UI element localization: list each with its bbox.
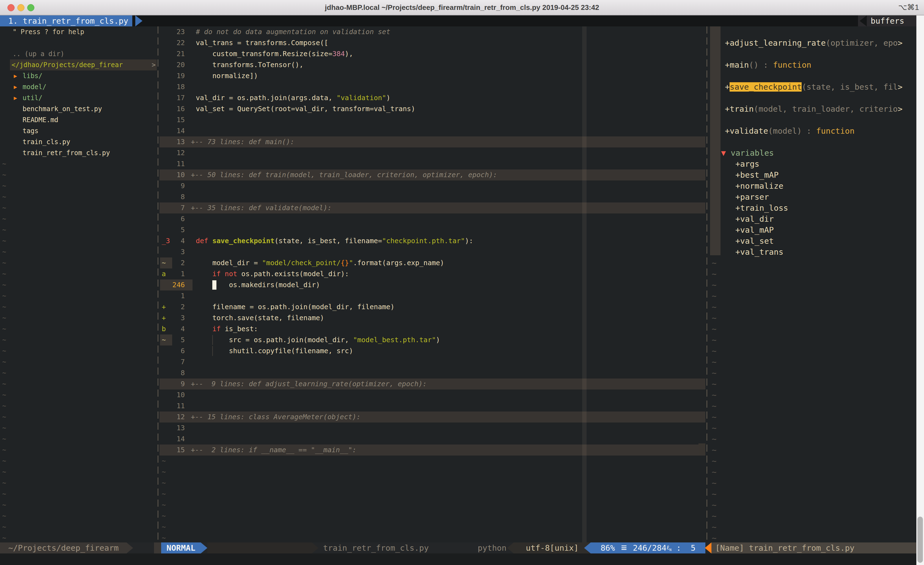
tag-entry[interactable]: +args — [709, 158, 916, 170]
tagbar-split-separator[interactable] — [706, 26, 707, 542]
code-line[interactable]: 18 — [159, 81, 705, 92]
empty-line: ~ — [0, 499, 157, 511]
tree-item[interactable]: train_cls.py — [0, 137, 157, 147]
tree-item[interactable]: README.md — [0, 114, 157, 125]
powerline-arrow-orange-icon — [705, 542, 711, 553]
line-number: 10 — [159, 170, 185, 180]
empty-line: ~ — [0, 478, 157, 488]
code-line[interactable]: 11 — [159, 401, 705, 412]
tag-entry[interactable]: ▼ variables — [709, 147, 916, 158]
vertical-scrollbar[interactable] — [916, 15, 924, 565]
tag-entry[interactable]: +train(model, train_loader, criterio> — [709, 104, 916, 114]
line-number: 4 — [159, 323, 185, 335]
code-line[interactable]: 14 — [159, 434, 705, 445]
code-line[interactable]: 16val_set = QuerySet(root=val_dir, trans… — [159, 104, 705, 114]
line-number: 15 — [159, 114, 185, 125]
folded-line[interactable]: 10+-- 50 lines: def train(model, train_l… — [159, 170, 705, 180]
code-line[interactable]: 14 — [159, 125, 705, 137]
code-line[interactable]: 1 — [159, 290, 705, 302]
tag-entry[interactable]: +validate(model) : function — [709, 125, 916, 137]
folded-line[interactable]: 13+-- 73 lines: def main(): — [159, 137, 705, 147]
empty-line: ~ — [0, 180, 157, 191]
tilde-marker: ~ — [2, 203, 6, 213]
code-line[interactable]: 8 — [159, 191, 705, 203]
tag-entry[interactable]: +best_mAP — [709, 170, 916, 180]
line-number: 13 — [159, 137, 185, 147]
code-line[interactable]: 17val_dir = os.path.join(args.data, "val… — [159, 92, 705, 104]
code-line[interactable]: 23# do not do data augmentation on valid… — [159, 26, 705, 38]
empty-line: ~ — [709, 412, 916, 422]
code-line[interactable]: 12 — [159, 147, 705, 158]
tag-entry[interactable]: +save_checkpoint(state, is_best, fil> — [709, 81, 916, 92]
tag-entry[interactable]: +parser — [709, 191, 916, 203]
code-line[interactable]: 9 — [159, 180, 705, 191]
syntax-segment: () : — [749, 60, 773, 70]
tag-entry[interactable]: +main() : function — [709, 59, 916, 71]
code-text: def save_checkpoint(state, is_best, file… — [196, 236, 473, 246]
tilde-marker: ~ — [2, 379, 6, 389]
tag-entry[interactable]: +val_dir — [709, 213, 916, 224]
code-line[interactable]: 5 — [159, 224, 705, 236]
tag-entry[interactable]: +val_mAP — [709, 224, 916, 236]
tag-entry[interactable]: +val_trans — [709, 246, 916, 257]
syntax-segment: "model_best.pth.tar" — [353, 336, 436, 344]
tree-item[interactable]: </jdhao/Projects/deep_firear> — [0, 59, 157, 71]
empty-line: ~ — [709, 379, 916, 389]
folded-line[interactable]: 12+-- 15 lines: class AverageMeter(objec… — [159, 412, 705, 422]
code-line[interactable]: 246 os.makedirs(model_dir) — [159, 279, 705, 290]
code-line[interactable]: 7 — [159, 356, 705, 368]
tag-entry[interactable]: +normalize — [709, 180, 916, 191]
scrollbar-thumb[interactable] — [917, 517, 923, 563]
code-line[interactable]: b4 if is_best: — [159, 323, 705, 335]
code-line[interactable]: 6 shutil.copyfile(filename, src) — [159, 346, 705, 356]
empty-line: ~ — [0, 257, 157, 269]
tag-entry[interactable]: +val_set — [709, 236, 916, 246]
empty-line: ~ — [709, 478, 916, 488]
tree-item[interactable]: tags — [0, 125, 157, 137]
window-title: jdhao-MBP.local ~/Projects/deep_firearm/… — [0, 0, 924, 15]
code-line[interactable]: ~2 model_dir = "model/check_point/{}".fo… — [159, 257, 705, 269]
code-line[interactable]: 22val_trans = transforms.Compose([ — [159, 38, 705, 48]
code-line[interactable]: 6 — [159, 213, 705, 224]
command-line-area[interactable] — [0, 553, 924, 565]
code-line[interactable]: 15 — [159, 114, 705, 125]
syntax-segment: val_set = QuerySet(root=val_dir, transfo… — [196, 105, 415, 113]
tree-item[interactable]: .. (up a dir) — [0, 48, 157, 59]
line-number: 22 — [159, 38, 185, 48]
code-line[interactable]: ~5 src = os.path.join(model_dir, "model_… — [159, 335, 705, 346]
tree-item[interactable]: ▶model/ — [0, 81, 157, 92]
code-line[interactable]: 20 transforms.ToTensor(), — [159, 59, 705, 71]
code-line[interactable]: 3 — [159, 246, 705, 257]
syntax-segment: +adjust_learning_rate — [725, 38, 826, 48]
folded-line[interactable]: 15+-- 2 lines: if __name__ == "__main__"… — [159, 445, 705, 455]
code-line[interactable]: 10 — [159, 389, 705, 401]
tree-item[interactable]: benchmark_on_test.py — [0, 104, 157, 114]
code-line[interactable]: 13 — [159, 422, 705, 434]
nerdtree-split-separator[interactable] — [158, 26, 158, 542]
code-line[interactable]: 11 — [159, 158, 705, 170]
editor-window[interactable]: 23# do not do data augmentation on valid… — [159, 26, 705, 542]
buffers-tab-area[interactable]: buffers — [858, 15, 916, 26]
folded-line[interactable]: 9+-- 9 lines: def adjust_learning_rate(o… — [159, 379, 705, 389]
folded-line[interactable]: 7+-- 35 lines: def validate(model): — [159, 203, 705, 213]
tab-active[interactable]: 1. train_retr_from_cls.py — [0, 15, 132, 26]
code-line[interactable]: _34def save_checkpoint(state, is_best, f… — [159, 236, 705, 246]
syntax-segment: # do not do data augmentation on validat… — [196, 28, 390, 36]
code-line[interactable]: +3 torch.save(state, filename) — [159, 313, 705, 323]
syntax-segment: model_dir = — [196, 259, 262, 267]
tree-item[interactable]: train_retr_from_cls.py — [0, 147, 157, 158]
tilde-marker: ~ — [2, 499, 6, 511]
tree-item[interactable]: ▶util/ — [0, 92, 157, 104]
code-line[interactable]: 8 — [159, 368, 705, 379]
tag-entry[interactable]: +adjust_learning_rate(optimizer, epo> — [709, 38, 916, 48]
code-line[interactable]: 19 normalize]) — [159, 71, 705, 81]
tag-entry[interactable]: +train_loss — [709, 203, 916, 213]
code-text: if not os.path.exists(model_dir): — [196, 269, 349, 279]
empty-line: ~ — [0, 313, 157, 323]
tag-function: +train(model, train_loader, criterio> — [725, 104, 903, 114]
syntax-segment: "model/check_point/ — [262, 259, 341, 267]
code-line[interactable]: +2 filename = os.path.join(model_dir, fi… — [159, 302, 705, 313]
tree-item[interactable]: ▶libs/ — [0, 71, 157, 81]
code-line[interactable]: a1 if not os.path.exists(model_dir): — [159, 269, 705, 279]
code-line[interactable]: 21 custom_transform.Resize(size=384), — [159, 48, 705, 59]
